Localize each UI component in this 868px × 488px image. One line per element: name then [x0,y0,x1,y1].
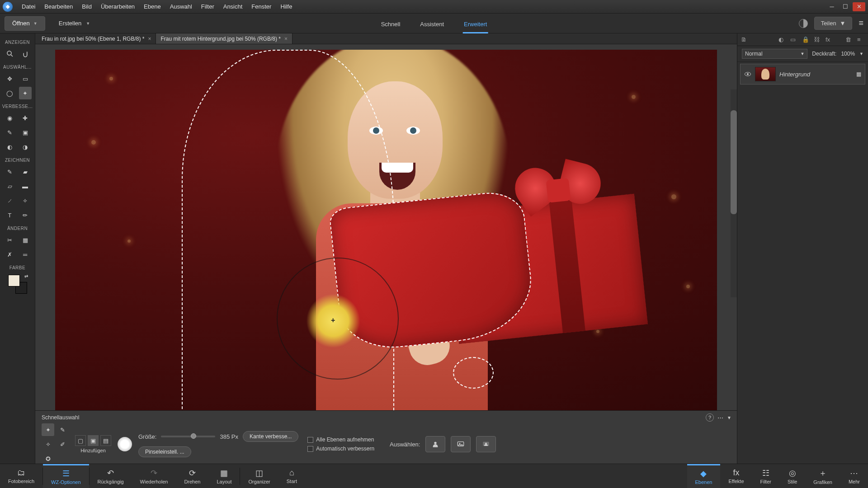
menu-filter[interactable]: Filter [197,1,219,12]
fx-icon[interactable]: fx [826,36,833,43]
document-tab[interactable]: Frau mit rotem Hintergrund.jpg bei 50% (… [156,33,292,44]
auto-enhance-checkbox[interactable]: Automatisch verbessern [307,446,374,452]
eraser-tool[interactable]: ▱ [4,180,16,192]
lasso-tool[interactable]: ◯ [4,87,16,99]
more-panel-button[interactable]: ⋯Mehr [840,464,868,488]
filters-panel-button[interactable]: ☷Filter [752,464,779,488]
type-tool[interactable]: T [4,209,16,221]
clone-stamp-tool[interactable]: ▣ [19,126,32,139]
crop-tool[interactable]: ✂ [4,234,16,246]
blend-mode-select[interactable]: Normal ▼ [742,49,807,59]
window-minimize[interactable]: ─ [826,2,838,11]
quick-selection-tool[interactable]: ✦ [19,87,32,99]
color-swatches[interactable]: ⇄ [8,275,27,294]
redo-button[interactable]: ↷Wiederholen [132,464,176,488]
open-button[interactable]: Öffnen ▼ [5,16,45,31]
all-layers-checkbox[interactable]: Alle Ebenen aufnehmen [307,436,374,443]
refine-edge-button[interactable]: Kante verbesse... [243,431,298,442]
new-layer-icon[interactable]: 🗎 [741,36,748,43]
size-value[interactable]: 385 Px [220,433,238,440]
link-layers-icon[interactable]: ⛓ [814,36,821,43]
refine-selection-variant[interactable]: ✐ [56,438,69,450]
checkbox-icon[interactable] [307,446,313,452]
mask-icon[interactable]: ▭ [790,36,797,43]
theme-toggle-icon[interactable] [799,19,808,28]
recompose-tool[interactable]: ▦ [19,234,32,246]
chevron-down-icon[interactable]: ▼ [859,52,863,56]
graphics-panel-button[interactable]: ＋Grafiken [805,464,840,488]
menu-view[interactable]: Ansicht [219,1,247,12]
quick-selection-variant[interactable]: ✦ [42,423,54,436]
close-tab-icon[interactable]: × [148,36,151,42]
brush-size-slider[interactable] [161,436,215,437]
document-tab[interactable]: Frau in rot.jpg bei 50% (Ebene 1, RGB/8)… [37,33,156,44]
spot-heal-tool[interactable]: ✚ [19,112,32,124]
undo-button[interactable]: ↶Rückgängig [90,464,132,488]
scrollbar-thumb[interactable] [731,110,737,214]
window-maximize[interactable]: ☐ [839,2,852,11]
selection-subtract-mode[interactable]: ▤ [100,435,111,446]
smart-brush-tool[interactable]: ✎ [4,126,16,139]
pencil-tool[interactable]: ✏ [19,209,32,221]
effects-panel-button[interactable]: fxEffekte [720,464,752,488]
menu-image[interactable]: Bild [77,1,96,12]
zoom-tool[interactable] [4,47,16,60]
magic-wand-variant[interactable]: ✧ [42,438,54,450]
select-sky-button[interactable] [451,436,471,452]
more-menu-icon[interactable]: ≡ [859,19,863,28]
chevron-down-icon[interactable]: ▼ [727,415,731,420]
layout-button[interactable]: ▦Layout [208,464,240,488]
menu-select[interactable]: Auswahl [165,1,197,12]
hand-tool[interactable] [19,47,32,60]
select-background-button[interactable] [476,436,496,452]
home-button[interactable]: ⌂Start [278,464,305,488]
layer-row[interactable]: Hintergrund ▦ [740,64,865,84]
brush-settings-button[interactable]: Pinseleinstell. ... [138,446,191,457]
menu-edit[interactable]: Bearbeiten [40,1,77,12]
tab-expert[interactable]: Erweitert [463,16,488,33]
selection-new-mode[interactable]: ▢ [75,435,86,446]
selection-brush-variant[interactable]: ✎ [56,423,69,436]
layer-thumbnail[interactable] [755,67,776,81]
paint-bucket-tool[interactable]: ▰ [19,165,32,178]
trash-icon[interactable]: 🗑 [845,36,853,43]
panel-menu-icon[interactable]: ≡ [857,36,864,43]
photo-bin-button[interactable]: 🗂Fotobereich [0,464,42,488]
lock-layer-icon[interactable]: 🔒 [802,36,809,43]
tool-options-bottom-button[interactable]: ☰WZ-Optionen [43,464,89,488]
move-tool[interactable]: ✥ [4,72,16,85]
rotate-button[interactable]: ⟳Drehen [176,464,208,488]
marquee-tool[interactable]: ▭ [19,72,32,85]
create-button[interactable]: Erstellen ▼ [52,16,98,31]
window-close[interactable]: ✕ [853,2,865,11]
brush-tool[interactable]: ✎ [4,165,16,178]
selection-add-mode[interactable]: ▣ [88,435,99,446]
help-icon[interactable]: ? [706,413,714,422]
tab-quick[interactable]: Schnell [380,16,401,33]
layer-name[interactable]: Hintergrund [779,71,853,78]
menu-enhance[interactable]: Überarbeiten [96,1,139,12]
checkbox-icon[interactable] [307,437,313,443]
menu-window[interactable]: Fenster [247,1,276,12]
brush-preview[interactable] [118,437,132,451]
content-aware-move-tool[interactable]: ✗ [4,248,16,261]
straighten-tool[interactable]: ═ [19,248,32,261]
shape-tool[interactable]: ✧ [19,194,32,207]
tab-guided[interactable]: Assistent [419,16,445,33]
styles-panel-button[interactable]: ◎Stile [779,464,805,488]
eye-tool[interactable]: ◉ [4,112,16,124]
layers-panel-button[interactable]: ◆Ebenen [687,464,721,488]
swap-colors-icon[interactable]: ⇄ [24,274,28,279]
close-tab-icon[interactable]: × [284,36,288,42]
menu-help[interactable]: Hilfe [276,1,297,12]
blur-tool[interactable]: ◐ [4,141,16,153]
panel-menu-icon[interactable]: ⋯ [717,414,723,421]
select-subject-button[interactable] [425,436,445,452]
auto-selection-variant[interactable]: ✪ [42,452,54,465]
menu-file[interactable]: Datei [17,1,40,12]
share-button[interactable]: Teilen ▼ [814,17,853,30]
layer-visibility-icon[interactable] [744,71,751,77]
sponge-tool[interactable]: ◑ [19,141,32,153]
opacity-value[interactable]: 100% [841,51,855,57]
vertical-scrollbar[interactable] [731,89,737,297]
